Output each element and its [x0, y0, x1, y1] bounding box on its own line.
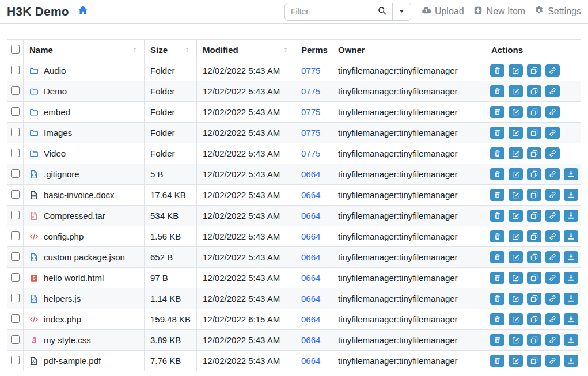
delete-button[interactable] — [490, 168, 504, 180]
file-name-link[interactable]: Compressed.tar — [29, 211, 138, 221]
perms-link[interactable]: 0664 — [301, 252, 320, 262]
link-button[interactable] — [545, 355, 560, 367]
file-name-link[interactable]: Images — [29, 128, 138, 138]
copy-button[interactable] — [527, 334, 541, 346]
rename-button[interactable] — [509, 230, 523, 242]
link-button[interactable] — [545, 189, 560, 201]
download-button[interactable] — [564, 272, 578, 284]
row-checkbox[interactable] — [11, 66, 20, 74]
download-button[interactable] — [564, 210, 578, 222]
perms-link[interactable]: 0664 — [301, 190, 320, 200]
delete-button[interactable] — [490, 293, 504, 305]
delete-button[interactable] — [490, 272, 504, 284]
perms-link[interactable]: 0775 — [301, 149, 320, 158]
copy-button[interactable] — [527, 355, 541, 367]
link-button[interactable] — [545, 64, 560, 77]
perms-link[interactable]: 0664 — [301, 169, 320, 179]
filter-dropdown-button[interactable] — [392, 3, 411, 20]
copy-button[interactable] — [527, 147, 541, 159]
copy-button[interactable] — [527, 230, 541, 242]
rename-button[interactable] — [509, 64, 523, 77]
link-button[interactable] — [545, 147, 560, 159]
file-name-link[interactable]: Demo — [29, 86, 138, 96]
download-button[interactable] — [564, 230, 578, 242]
select-all-checkbox[interactable] — [11, 45, 20, 54]
delete-button[interactable] — [490, 85, 504, 97]
file-name-link[interactable]: 3my style.css — [29, 335, 138, 345]
download-button[interactable] — [564, 293, 578, 305]
settings-button[interactable]: Settings — [534, 6, 581, 17]
file-name-link[interactable]: embed — [29, 107, 138, 117]
link-button[interactable] — [545, 251, 560, 263]
delete-button[interactable] — [490, 355, 504, 367]
rename-button[interactable] — [509, 127, 523, 139]
link-button[interactable] — [545, 168, 560, 180]
file-name-link[interactable]: Video — [29, 149, 138, 158]
copy-button[interactable] — [527, 106, 541, 118]
file-name-link[interactable]: config.php — [29, 231, 138, 241]
row-checkbox[interactable] — [11, 356, 20, 364]
row-checkbox[interactable] — [11, 231, 20, 240]
link-button[interactable] — [545, 85, 560, 97]
copy-button[interactable] — [527, 64, 541, 77]
delete-button[interactable] — [490, 313, 504, 325]
copy-button[interactable] — [527, 210, 541, 222]
search-button[interactable] — [377, 6, 388, 17]
delete-button[interactable] — [490, 64, 504, 77]
link-button[interactable] — [545, 313, 560, 325]
row-checkbox[interactable] — [11, 128, 20, 136]
perms-link[interactable]: 0775 — [301, 86, 320, 96]
column-header-name[interactable]: Name — [24, 40, 145, 60]
perms-link[interactable]: 0664 — [301, 294, 320, 303]
download-button[interactable] — [564, 251, 578, 263]
row-checkbox[interactable] — [11, 169, 20, 178]
perms-link[interactable]: 0664 — [301, 356, 320, 366]
perms-link[interactable]: 0775 — [301, 107, 320, 117]
rename-button[interactable] — [509, 355, 523, 367]
row-checkbox[interactable] — [11, 190, 20, 199]
row-checkbox[interactable] — [11, 294, 20, 302]
delete-button[interactable] — [490, 334, 504, 346]
perms-link[interactable]: 0664 — [301, 231, 320, 241]
perms-link[interactable]: 0775 — [301, 66, 320, 75]
row-checkbox[interactable] — [11, 107, 20, 116]
copy-button[interactable] — [527, 127, 541, 139]
delete-button[interactable] — [490, 251, 504, 263]
delete-button[interactable] — [490, 189, 504, 201]
link-button[interactable] — [545, 210, 560, 222]
upload-button[interactable]: Upload — [422, 6, 464, 17]
perms-link[interactable]: 0664 — [301, 335, 320, 345]
rename-button[interactable] — [509, 293, 523, 305]
rename-button[interactable] — [509, 189, 523, 201]
rename-button[interactable] — [509, 251, 523, 263]
link-button[interactable] — [545, 293, 560, 305]
perms-link[interactable]: 0664 — [301, 314, 320, 324]
file-name-link[interactable]: helpers.js — [29, 294, 138, 303]
rename-button[interactable] — [509, 168, 523, 180]
rename-button[interactable] — [509, 210, 523, 222]
perms-link[interactable]: 0664 — [301, 211, 320, 221]
link-button[interactable] — [545, 127, 560, 139]
download-button[interactable] — [564, 355, 578, 367]
delete-button[interactable] — [490, 210, 504, 222]
rename-button[interactable] — [509, 106, 523, 118]
row-checkbox[interactable] — [11, 273, 20, 282]
link-button[interactable] — [545, 106, 560, 118]
row-checkbox[interactable] — [11, 252, 20, 261]
row-checkbox[interactable] — [11, 149, 20, 157]
copy-button[interactable] — [527, 313, 541, 325]
link-button[interactable] — [545, 272, 560, 284]
download-button[interactable] — [564, 334, 578, 346]
row-checkbox[interactable] — [11, 86, 20, 95]
copy-button[interactable] — [527, 272, 541, 284]
filter-input[interactable] — [291, 7, 377, 16]
rename-button[interactable] — [509, 85, 523, 97]
delete-button[interactable] — [490, 106, 504, 118]
row-checkbox[interactable] — [11, 314, 20, 323]
column-header-modified[interactable]: Modified — [197, 40, 295, 60]
delete-button[interactable] — [490, 127, 504, 139]
row-checkbox[interactable] — [11, 211, 20, 219]
download-button[interactable] — [564, 189, 578, 201]
copy-button[interactable] — [527, 168, 541, 180]
copy-button[interactable] — [527, 293, 541, 305]
